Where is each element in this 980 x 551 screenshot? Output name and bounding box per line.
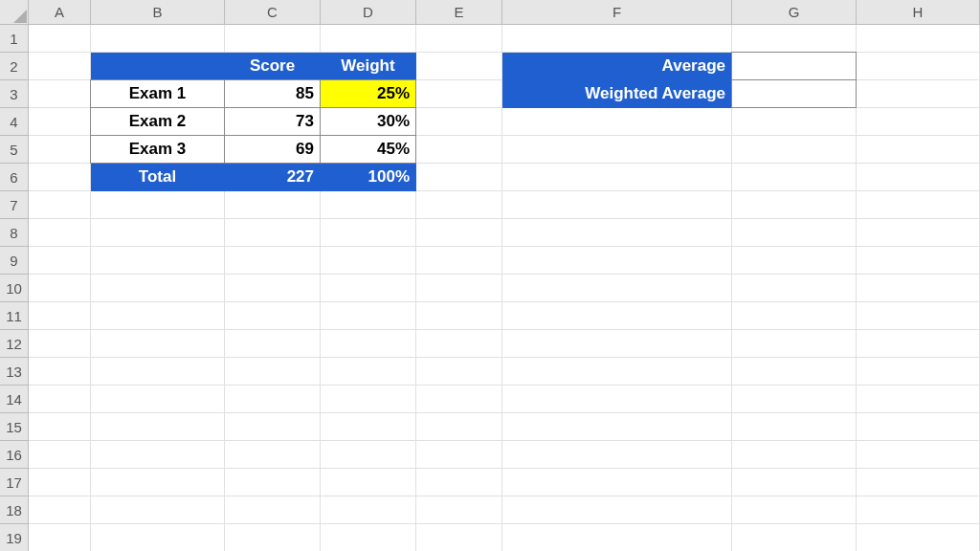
cell-D5[interactable]: 45% bbox=[320, 135, 416, 164]
cell-A2[interactable] bbox=[29, 53, 91, 80]
cell-G17[interactable] bbox=[732, 469, 857, 496]
cell-H10[interactable] bbox=[857, 275, 980, 302]
cell-C12[interactable] bbox=[225, 330, 321, 358]
cell-B1[interactable] bbox=[91, 25, 225, 53]
cell-H12[interactable] bbox=[857, 330, 980, 358]
cell-C19[interactable] bbox=[225, 524, 321, 551]
cell-E5[interactable] bbox=[416, 136, 502, 164]
cell-F8[interactable] bbox=[502, 219, 732, 247]
cell-G5[interactable] bbox=[732, 136, 857, 164]
cell-E8[interactable] bbox=[416, 219, 502, 247]
cell-D3[interactable]: 25% bbox=[320, 79, 416, 108]
cell-G19[interactable] bbox=[732, 524, 857, 551]
cell-D6[interactable]: 100% bbox=[321, 164, 416, 191]
cell-H5[interactable] bbox=[857, 136, 980, 164]
cell-D14[interactable] bbox=[321, 386, 416, 413]
cell-G8[interactable] bbox=[732, 219, 857, 247]
cell-F6[interactable] bbox=[502, 164, 732, 191]
cell-H18[interactable] bbox=[857, 496, 980, 524]
cell-C3[interactable]: 85 bbox=[224, 79, 321, 108]
cell-H1[interactable] bbox=[857, 25, 980, 53]
cell-E19[interactable] bbox=[416, 524, 502, 551]
col-header-B[interactable]: B bbox=[91, 0, 225, 25]
cell-E15[interactable] bbox=[416, 413, 502, 441]
row-header-11[interactable]: 11 bbox=[0, 302, 29, 330]
cell-B2[interactable] bbox=[91, 53, 225, 80]
cell-E6[interactable] bbox=[416, 164, 502, 191]
cell-G4[interactable] bbox=[732, 108, 857, 136]
cell-E12[interactable] bbox=[416, 330, 502, 358]
row-header-17[interactable]: 17 bbox=[0, 469, 29, 496]
cell-H9[interactable] bbox=[857, 247, 980, 275]
cell-B5[interactable]: Exam 3 bbox=[90, 135, 225, 164]
cell-G1[interactable] bbox=[732, 25, 857, 53]
cell-E1[interactable] bbox=[416, 25, 502, 53]
cell-D18[interactable] bbox=[321, 496, 416, 524]
cell-G16[interactable] bbox=[732, 441, 857, 469]
row-header-10[interactable]: 10 bbox=[0, 275, 29, 302]
cell-A9[interactable] bbox=[29, 247, 91, 275]
cell-B9[interactable] bbox=[91, 247, 225, 275]
col-header-E[interactable]: E bbox=[416, 0, 502, 25]
cell-D17[interactable] bbox=[321, 469, 416, 496]
cell-C15[interactable] bbox=[225, 413, 321, 441]
cell-F13[interactable] bbox=[502, 358, 732, 386]
cell-A18[interactable] bbox=[29, 496, 91, 524]
cell-F1[interactable] bbox=[502, 25, 732, 53]
cell-E17[interactable] bbox=[416, 469, 502, 496]
cell-G9[interactable] bbox=[732, 247, 857, 275]
cell-B3[interactable]: Exam 1 bbox=[90, 79, 225, 108]
cell-F9[interactable] bbox=[502, 247, 732, 275]
cell-B6[interactable]: Total bbox=[91, 164, 225, 191]
cell-A16[interactable] bbox=[29, 441, 91, 469]
cell-D10[interactable] bbox=[321, 275, 416, 302]
row-header-5[interactable]: 5 bbox=[0, 136, 29, 164]
cell-D7[interactable] bbox=[321, 191, 416, 219]
cell-H16[interactable] bbox=[857, 441, 980, 469]
cell-E2[interactable] bbox=[416, 53, 502, 80]
cell-D2[interactable]: Weight bbox=[321, 53, 416, 80]
cell-C10[interactable] bbox=[225, 275, 321, 302]
cell-C7[interactable] bbox=[225, 191, 321, 219]
row-header-15[interactable]: 15 bbox=[0, 413, 29, 441]
cell-B10[interactable] bbox=[91, 275, 225, 302]
row-header-16[interactable]: 16 bbox=[0, 441, 29, 469]
cell-C9[interactable] bbox=[225, 247, 321, 275]
cell-A3[interactable] bbox=[29, 80, 91, 108]
col-header-C[interactable]: C bbox=[225, 0, 321, 25]
cell-B7[interactable] bbox=[91, 191, 225, 219]
cell-G11[interactable] bbox=[732, 302, 857, 330]
cell-E16[interactable] bbox=[416, 441, 502, 469]
row-header-12[interactable]: 12 bbox=[0, 330, 29, 358]
cell-B19[interactable] bbox=[91, 524, 225, 551]
cell-A10[interactable] bbox=[29, 275, 91, 302]
cell-H7[interactable] bbox=[857, 191, 980, 219]
cell-G15[interactable] bbox=[732, 413, 857, 441]
row-header-1[interactable]: 1 bbox=[0, 25, 29, 53]
cell-A17[interactable] bbox=[29, 469, 91, 496]
cell-B13[interactable] bbox=[91, 358, 225, 386]
cell-F5[interactable] bbox=[502, 136, 732, 164]
cell-A15[interactable] bbox=[29, 413, 91, 441]
cell-H4[interactable] bbox=[857, 108, 980, 136]
row-header-6[interactable]: 6 bbox=[0, 164, 29, 191]
cell-H14[interactable] bbox=[857, 386, 980, 413]
cell-A4[interactable] bbox=[29, 108, 91, 136]
col-header-A[interactable]: A bbox=[29, 0, 91, 25]
cell-D15[interactable] bbox=[321, 413, 416, 441]
cell-E3[interactable] bbox=[416, 80, 502, 108]
cell-D13[interactable] bbox=[321, 358, 416, 386]
cell-A5[interactable] bbox=[29, 136, 91, 164]
cell-C4[interactable]: 73 bbox=[224, 107, 321, 136]
col-header-D[interactable]: D bbox=[321, 0, 416, 25]
cell-A1[interactable] bbox=[29, 25, 91, 53]
cell-D12[interactable] bbox=[321, 330, 416, 358]
row-header-3[interactable]: 3 bbox=[0, 80, 29, 108]
cell-D4[interactable]: 30% bbox=[320, 107, 416, 136]
cell-F11[interactable] bbox=[502, 302, 732, 330]
cell-A12[interactable] bbox=[29, 330, 91, 358]
cell-C5[interactable]: 69 bbox=[224, 135, 321, 164]
cell-A7[interactable] bbox=[29, 191, 91, 219]
select-all-corner[interactable] bbox=[0, 0, 29, 25]
col-header-H[interactable]: H bbox=[857, 0, 980, 25]
